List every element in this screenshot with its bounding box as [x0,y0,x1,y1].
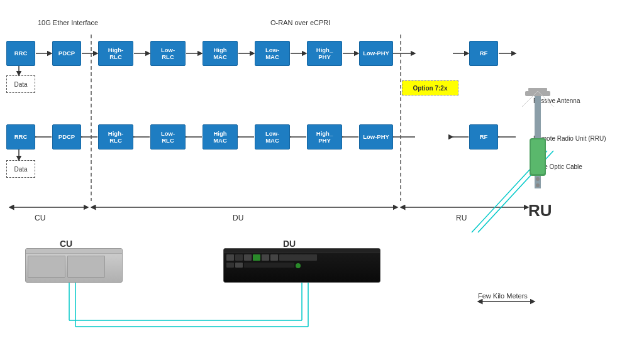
block-top-low-rlc: Low-RLC [150,41,186,66]
svg-point-44 [536,183,540,187]
block-bot-rrc: RRC [6,124,35,150]
block-bot-rf: RF [469,124,498,150]
svg-rect-38 [528,88,547,91]
few-km-label: Few Kilo Meters [478,292,528,300]
block-bot-low-phy: Low-PHY [359,124,393,150]
ru-span-label: RU [456,214,467,222]
option-label: Option 7:2x [402,80,458,95]
block-top-high-phy: High_PHY [307,41,342,66]
block-bot-high-phy: High_PHY [307,124,342,150]
block-bot-low-rlc: Low-RLC [150,124,186,150]
svg-rect-37 [525,91,550,96]
block-top-low-phy: Low-PHY [359,41,393,66]
block-bot-high-mac: HighMAC [203,124,238,150]
block-bot-low-mac: Low-MAC [255,124,290,150]
du-hardware [223,248,380,283]
cu-span-label: CU [35,214,45,222]
block-top-high-mac: HighMAC [203,41,238,66]
block-top-low-mac: Low-MAC [255,41,290,66]
block-top-high-rlc: High-RLC [98,41,133,66]
data-box-top: Data [6,75,35,93]
data-box-bottom: Data [6,160,35,178]
cu-hw-label: CU [60,239,72,249]
cu-hardware [25,248,123,283]
block-bot-high-rlc: High-RLC [98,124,133,150]
block-top-rf: RF [469,41,498,66]
block-bot-pdcp: PDCP [52,124,81,150]
block-top-pdcp: PDCP [52,41,81,66]
du-hw-label: DU [283,239,296,249]
tower-svg [516,88,560,214]
svg-point-43 [536,177,540,181]
diagram-container: 10G Ether Interface O-RAN over eCPRI RRC… [0,0,644,348]
ether-interface-label: 10G Ether Interface [38,19,98,26]
du-span-label: DU [233,214,243,222]
oran-ecpri-label: O-RAN over eCPRI [270,19,330,26]
block-top-rrc: RRC [6,41,35,66]
svg-rect-42 [531,139,545,174]
